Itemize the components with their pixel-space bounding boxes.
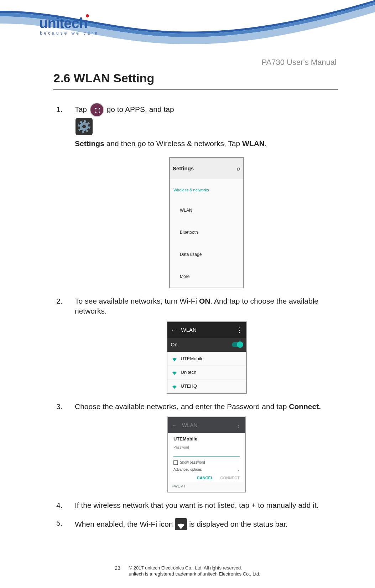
- step-text: Choose the available networks, and enter…: [75, 402, 289, 411]
- password-input-line: [173, 456, 240, 457]
- network-item: UTEHQ: [167, 379, 246, 393]
- step-text: If the wireless network that you want is…: [75, 501, 319, 509]
- connect-dialog: UTEMobile Password Show password Advance…: [170, 433, 243, 482]
- step-5: When enabled, the Wi-Fi icon is displaye…: [53, 518, 338, 530]
- advanced-options-label: Advanced options: [173, 467, 202, 472]
- step-text: To see available networks, turn Wi-Fi: [75, 297, 199, 305]
- settings-icon: [75, 118, 93, 135]
- brand-name: unitech: [39, 15, 87, 31]
- step-text: is displayed on the status bar.: [189, 520, 288, 528]
- search-icon: ⌕: [237, 160, 240, 177]
- wlan-header: WLAN: [181, 326, 197, 334]
- step-text: and then go to Wireless & networks, Tap: [106, 139, 242, 148]
- network-name: UTEHQ: [181, 383, 197, 390]
- wifi-signal-icon: [172, 356, 177, 361]
- page-number: 23: [115, 565, 120, 571]
- show-password-label: Show password: [180, 460, 205, 465]
- step-4: If the wireless network that you want is…: [53, 500, 338, 510]
- settings-section-label: Wireless & networks: [170, 179, 243, 199]
- wlan-toggle-icon: [232, 342, 243, 347]
- apps-launcher-icon: [90, 103, 104, 117]
- step-text: Tap: [75, 105, 89, 113]
- connect-button-label: CONNECT: [220, 475, 240, 481]
- back-arrow-icon: ←: [172, 422, 177, 429]
- step-text-bold: Connect.: [289, 402, 321, 411]
- settings-item-datausage: Data usage: [170, 243, 243, 265]
- brand-dot-icon: [86, 14, 89, 17]
- heading-rule: [53, 89, 338, 90]
- screenshot-wlan-connect: ← WLAN ⋮ UTEMobile Password Show passwor…: [167, 417, 246, 492]
- step-text-bold: ON: [199, 297, 210, 305]
- network-item: Unitech: [167, 365, 246, 379]
- step-text: When enabled, the Wi-Fi icon: [75, 520, 175, 528]
- page-footer: 23 © 2017 unitech Electronics Co., Ltd. …: [0, 565, 375, 577]
- back-arrow-icon: ←: [171, 326, 176, 334]
- network-name: UTEMobile: [181, 356, 204, 362]
- copyright-line1: © 2017 unitech Electronics Co., Ltd. All…: [129, 565, 242, 571]
- settings-item-wlan: WLAN: [170, 199, 243, 221]
- step-1: Tap go to APPS, and tap Settings and the…: [53, 101, 338, 288]
- copyright-line2: unitech is a registered trademark of uni…: [129, 571, 260, 577]
- step-3: Choose the available networks, and enter…: [53, 402, 338, 492]
- settings-header: Settings: [173, 160, 194, 177]
- screenshot-settings: Settings ⌕ Wireless & networks WLAN Blue…: [169, 157, 244, 288]
- chevron-down-icon: ⌄: [237, 467, 240, 472]
- overflow-menu-icon: ⋮: [236, 326, 243, 334]
- wlan-header: WLAN: [182, 422, 197, 429]
- step-text-bold: Settings: [75, 139, 104, 148]
- dialog-ssid: UTEMobile: [173, 436, 240, 442]
- step-text: .: [265, 139, 267, 148]
- step-2: To see available networks, turn Wi-Fi ON…: [53, 296, 338, 394]
- wifi-status-icon: [175, 518, 187, 530]
- wlan-state: On: [171, 341, 178, 348]
- section-heading: 2.6 WLAN Setting: [53, 71, 338, 85]
- wifi-signal-icon: [172, 370, 177, 375]
- settings-item-bluetooth: Bluetooth: [170, 221, 243, 243]
- network-name: Unitech: [181, 369, 197, 376]
- brand-logo: unitech because we care: [39, 14, 99, 36]
- brand-tagline: because we care: [40, 31, 99, 36]
- screenshot-wlan-list: ← WLAN ⋮ On UTEMobile Unitech: [167, 321, 247, 394]
- step-text-bold: WLAN: [242, 139, 265, 148]
- checkbox-icon: [173, 460, 178, 465]
- wifi-signal-icon: [172, 384, 177, 389]
- background-network: FWDVT: [168, 482, 245, 490]
- network-item: UTEMobile: [167, 352, 246, 366]
- step-text: go to APPS, and tap: [107, 105, 174, 113]
- overflow-menu-icon: ⋮: [235, 421, 241, 429]
- settings-item-more: More: [170, 265, 243, 288]
- cancel-button-label: CANCEL: [197, 475, 213, 481]
- password-label: Password: [173, 445, 240, 450]
- document-title: PA730 User's Manual: [262, 58, 337, 67]
